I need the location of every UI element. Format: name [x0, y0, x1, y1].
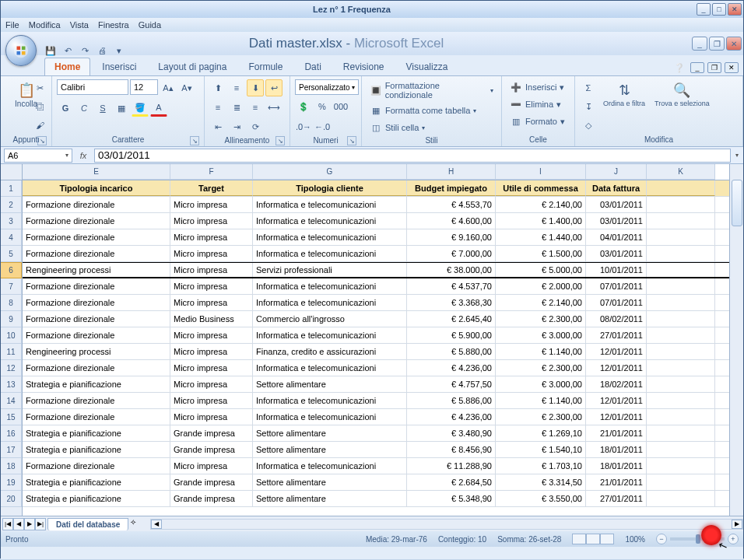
cell[interactable]: Informatica e telecomunicazioni	[253, 197, 407, 212]
cell[interactable]: Formazione direzionale	[23, 409, 170, 425]
cell[interactable]: 12/01/2011	[586, 360, 647, 376]
cell[interactable]: € 1.140,00	[496, 393, 586, 408]
table-row[interactable]: Strategia e pianificazioneGrande impresa…	[23, 474, 729, 491]
row-header[interactable]: 12	[1, 360, 22, 376]
cell[interactable]: Informatica e telecomunicazioni	[253, 409, 407, 425]
cell[interactable]: € 7.000,00	[407, 246, 496, 261]
cell[interactable]: € 9.160,00	[407, 229, 496, 245]
cell[interactable]: € 2.684,50	[407, 474, 496, 490]
number-format-combo[interactable]: Personalizzato▾	[295, 79, 359, 95]
row-header[interactable]: 9	[1, 311, 22, 327]
cell[interactable]: Informatica e telecomunicazioni	[253, 327, 407, 343]
decrease-indent-icon[interactable]: ⇤	[209, 118, 226, 135]
cell[interactable]: Formazione direzionale	[23, 458, 170, 474]
table-row[interactable]: Formazione direzionaleMicro impresaInfor…	[23, 409, 729, 425]
table-row[interactable]: Formazione direzionaleMicro impresaInfor…	[23, 213, 729, 229]
tab-visualizza[interactable]: Visualizza	[396, 58, 458, 75]
cell[interactable]: Grande impresa	[170, 442, 253, 457]
cell[interactable]: € 2.645,40	[407, 311, 496, 327]
cell[interactable]: Informatica e telecomunicazioni	[253, 246, 407, 261]
cell[interactable]: Informatica e telecomunicazioni	[253, 278, 407, 294]
cell[interactable]: Strategia e pianificazione	[23, 425, 170, 441]
qat-undo-icon[interactable]: ↶	[60, 43, 75, 58]
cell[interactable]: Informatica e telecomunicazioni	[253, 458, 407, 474]
cell[interactable]: € 4.600,00	[407, 213, 496, 229]
menu-vista[interactable]: Vista	[70, 20, 89, 30]
cell[interactable]: Micro impresa	[170, 344, 253, 359]
carattere-dialog-icon[interactable]: ↘	[190, 136, 199, 145]
cell[interactable]: Formazione direzionale	[23, 197, 170, 212]
new-sheet-icon[interactable]: ✧	[130, 518, 144, 530]
cell[interactable]: € 1.440,00	[496, 229, 586, 245]
cell[interactable]: € 38.000,00	[407, 263, 496, 277]
cell[interactable]: Informatica e telecomunicazioni	[253, 393, 407, 408]
zoom-in-button[interactable]: +	[728, 534, 739, 544]
underline-button[interactable]: S	[94, 100, 111, 117]
menu-file[interactable]: File	[5, 20, 19, 30]
table-row[interactable]: Rengineering processiMicro impresaFinanz…	[23, 344, 729, 360]
cell[interactable]: € 2.140,00	[496, 197, 586, 212]
cell[interactable]: Micro impresa	[170, 263, 253, 277]
clear-icon[interactable]: ◇	[580, 117, 597, 134]
cell[interactable]	[647, 213, 715, 229]
cell[interactable]: Formazione direzionale	[23, 278, 170, 294]
cell[interactable]: Formazione direzionale	[23, 393, 170, 408]
cell[interactable]	[647, 246, 715, 261]
format-cells-button[interactable]: ▥Formato ▾	[507, 114, 568, 129]
border-icon[interactable]: ▦	[113, 100, 130, 117]
cell[interactable]: 08/02/2011	[586, 311, 647, 327]
cell[interactable]: Finanza, credito e assicurazioni	[253, 344, 407, 359]
italic-button[interactable]: C	[75, 100, 93, 117]
table-row[interactable]: Formazione direzionaleMedio BusinessComm…	[23, 311, 729, 327]
table-row[interactable]: Formazione direzionaleMicro impresaInfor…	[23, 458, 729, 474]
row-header[interactable]: 1	[1, 180, 22, 197]
comma-format-icon[interactable]: 000	[332, 98, 349, 115]
cell[interactable]	[647, 474, 715, 490]
table-row[interactable]: Formazione direzionaleMicro impresaInfor…	[23, 327, 729, 344]
select-all-corner[interactable]	[1, 164, 22, 180]
cell[interactable]	[647, 425, 715, 441]
cell[interactable]: Rengineering processi	[23, 263, 170, 277]
sheet-tab-active[interactable]: Dati del database	[47, 518, 128, 530]
cell[interactable]: € 2.300,00	[496, 360, 586, 376]
vertical-scrollbar[interactable]	[729, 164, 743, 516]
cell[interactable]: € 1.269,10	[496, 425, 586, 441]
row-header[interactable]: 2	[1, 197, 22, 213]
qat-save-icon[interactable]: 💾	[43, 43, 58, 58]
cell[interactable]: Settore alimentare	[253, 442, 407, 457]
column-header-H[interactable]: H	[407, 164, 496, 180]
align-top-icon[interactable]: ⬆	[209, 79, 226, 96]
tab-revisione[interactable]: Revisione	[333, 58, 395, 75]
cell[interactable]: 27/01/2011	[586, 327, 647, 343]
orientation-icon[interactable]: ⟳	[247, 118, 264, 135]
merge-center-icon[interactable]: ⟷	[265, 99, 283, 116]
cell[interactable]	[647, 344, 715, 359]
cell[interactable]	[647, 458, 715, 474]
row-header[interactable]: 13	[1, 376, 22, 393]
table-row[interactable]: Formazione direzionaleMicro impresaInfor…	[23, 278, 729, 295]
header-cell[interactable]: Target	[170, 180, 253, 196]
find-select-button[interactable]: 🔍 Trova e seleziona	[651, 79, 713, 109]
cell[interactable]: Micro impresa	[170, 360, 253, 376]
row-header[interactable]: 5	[1, 246, 22, 262]
cell[interactable]: Micro impresa	[170, 229, 253, 245]
zoom-out-button[interactable]: −	[656, 534, 667, 544]
cell[interactable]: Micro impresa	[170, 458, 253, 474]
column-header-J[interactable]: J	[586, 164, 647, 180]
cell[interactable]: Settore alimentare	[253, 425, 407, 441]
table-row[interactable]: Formazione direzionaleMicro impresaInfor…	[23, 295, 729, 311]
row-header[interactable]: 10	[1, 327, 22, 344]
cell[interactable]: € 4.757,50	[407, 376, 496, 392]
workbook-close-button[interactable]: ✕	[725, 62, 739, 73]
cell[interactable]: Formazione direzionale	[23, 311, 170, 327]
cell[interactable]: 12/01/2011	[586, 409, 647, 425]
cell[interactable]: Micro impresa	[170, 295, 253, 310]
cell[interactable]: € 1.400,00	[496, 213, 586, 229]
cell[interactable]: € 3.480,90	[407, 425, 496, 441]
font-size-input[interactable]	[130, 79, 158, 95]
excel-minimize-button[interactable]: _	[692, 37, 707, 51]
column-header-F[interactable]: F	[170, 164, 253, 180]
row-header[interactable]: 8	[1, 295, 22, 311]
cell[interactable]: € 1.540,10	[496, 442, 586, 457]
row-header[interactable]: 6	[1, 262, 22, 278]
